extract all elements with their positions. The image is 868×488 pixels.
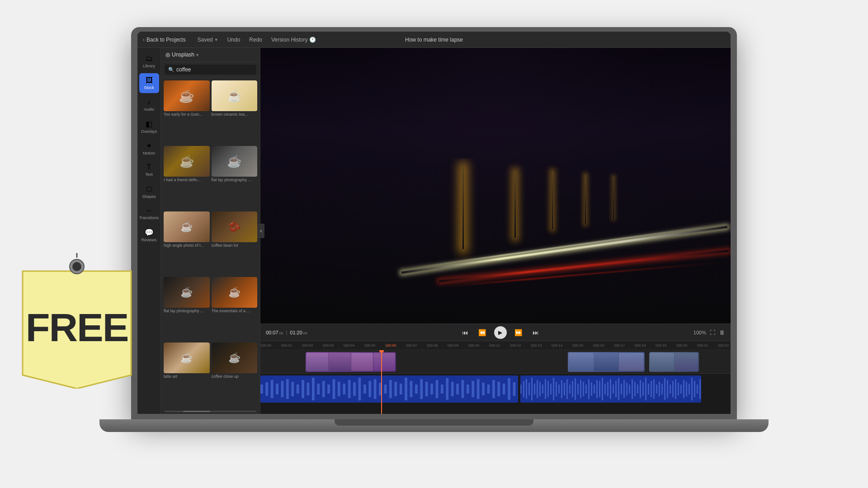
audio-label-item: Audio	[144, 107, 154, 112]
svg-rect-63	[556, 382, 557, 396]
audio-track: Rainbows Rainbows Rainbows	[260, 374, 731, 404]
svg-rect-54	[531, 378, 533, 400]
free-tag-svg: FREE	[14, 253, 140, 389]
svg-rect-79	[599, 381, 600, 397]
saved-dropdown-icon: ▼	[214, 38, 218, 42]
sidebar-item-transitions[interactable]: ↔ Transitions	[139, 203, 159, 223]
svg-rect-21	[368, 381, 371, 397]
svg-rect-87	[621, 384, 622, 394]
collapse-panel-button[interactable]: ✕	[257, 224, 264, 238]
svg-rect-62	[553, 378, 554, 400]
rewind-button[interactable]: ⏪	[477, 327, 488, 338]
shapes-label: Shapes	[142, 194, 156, 199]
svg-rect-27	[400, 384, 402, 394]
video-clip[interactable]	[649, 352, 699, 372]
list-item[interactable]: ☕ coffee close up	[212, 343, 258, 406]
svg-rect-70	[575, 378, 576, 400]
version-history-button[interactable]: Version History 🕐	[269, 36, 319, 44]
source-dropdown-icon[interactable]: ▾	[196, 52, 198, 57]
audio-clip-1[interactable]	[260, 375, 518, 403]
video-clip[interactable]	[306, 352, 396, 372]
sidebar-item-text[interactable]: T Text	[139, 160, 159, 180]
svg-rect-9	[307, 383, 310, 395]
saved-button[interactable]: Saved ▼	[195, 36, 221, 44]
shapes-icon: ⬡	[146, 185, 152, 193]
svg-rect-113	[691, 378, 693, 400]
list-item[interactable]: ☕ The essentials of a ...	[212, 277, 258, 341]
list-item[interactable]: ☕ brown ceramic tea...	[212, 80, 258, 144]
list-item[interactable]: ☕ I had a friend defin...	[164, 146, 210, 210]
back-arrow-icon: ‹	[143, 37, 145, 43]
svg-rect-98	[651, 381, 652, 397]
list-item[interactable]: ☕ latte art	[164, 343, 210, 406]
stock-panel: ◎ Unsplash ▾ 🔍 Too early for a Gu	[161, 48, 260, 414]
main-content: 🗂 Library 🖼 Stock ♪ Audio ◧ Overlays	[137, 48, 731, 414]
svg-rect-51	[523, 381, 524, 397]
search-input[interactable]	[176, 66, 253, 73]
svg-rect-41	[472, 381, 474, 397]
svg-rect-115	[697, 385, 698, 394]
svg-rect-81	[604, 384, 606, 394]
ruler-tick: |00:22	[718, 343, 731, 347]
svg-rect-103	[664, 378, 665, 400]
svg-rect-71	[577, 384, 579, 394]
image-label: latte art	[164, 373, 210, 380]
list-item[interactable]: ☕ flat lay photography ...	[164, 277, 210, 341]
back-to-projects-btn[interactable]: ‹ Back to Projects	[143, 37, 186, 43]
thumbnail: ☕	[212, 277, 258, 308]
audio-clip-2[interactable]	[520, 375, 701, 403]
sidebar-item-stock[interactable]: 🖼 Stock	[139, 73, 159, 93]
sidebar-item-library[interactable]: 🗂 Library	[139, 52, 159, 71]
ruler-tick: |00:12	[510, 343, 531, 347]
ruler-tick: |00:14	[552, 343, 572, 347]
svg-rect-56	[537, 380, 538, 398]
undo-button[interactable]: Undo	[225, 36, 243, 44]
svg-rect-39	[462, 380, 464, 398]
thumbnail: ☕	[164, 211, 210, 242]
video-clip[interactable]	[568, 352, 645, 372]
skip-to-end-button[interactable]: ⏭	[530, 327, 541, 338]
list-item[interactable]: ☕ flat lay photography ...	[212, 146, 258, 210]
street-light-2	[514, 171, 516, 237]
image-label: flat lay photography ...	[212, 177, 258, 183]
sidebar-item-audio[interactable]: ♪ Audio	[139, 95, 159, 115]
svg-rect-59	[545, 379, 546, 399]
library-label: Library	[143, 64, 156, 68]
play-button[interactable]: ▶	[494, 326, 507, 339]
back-label: Back to Projects	[146, 37, 186, 43]
search-icon: 🔍	[168, 67, 175, 73]
fast-forward-button[interactable]: ⏩	[513, 327, 524, 338]
sidebar-item-shapes[interactable]: ⬡ Shapes	[139, 182, 159, 202]
svg-rect-3	[276, 384, 278, 394]
redo-button[interactable]: Redo	[246, 36, 265, 44]
svg-rect-66	[564, 383, 565, 395]
motion-label: Motion	[143, 151, 155, 155]
sidebar-item-motion[interactable]: ✦ Motion	[139, 138, 159, 158]
list-item[interactable]: Too early for a Guin...	[164, 80, 210, 144]
svg-rect-28	[405, 378, 407, 400]
svg-rect-73	[583, 382, 584, 396]
svg-rect-116	[699, 379, 701, 399]
fullscreen-button[interactable]: ⛶	[710, 329, 715, 336]
svg-rect-4	[281, 381, 284, 397]
list-item[interactable]: ☕ high angle photo of t...	[164, 211, 210, 275]
total-time: 01:20	[290, 330, 302, 335]
sidebar-item-overlays[interactable]: ◧ Overlays	[139, 117, 159, 136]
sidebar-item-reviews[interactable]: 💬 Reviews	[139, 225, 159, 245]
text-label: Text	[145, 172, 153, 177]
app-container: ‹ Back to Projects Saved ▼ Undo Redo	[137, 32, 731, 414]
skip-to-start-button[interactable]: ⏮	[460, 327, 471, 338]
svg-rect-97	[648, 384, 649, 394]
pause-indicator[interactable]: ⏸	[719, 329, 725, 336]
list-item[interactable]: 🫘 coffee bean lot	[212, 211, 258, 275]
scroll-indicator	[161, 409, 260, 414]
svg-rect-15	[338, 382, 340, 396]
ruler-tick: |00:11	[489, 343, 510, 347]
image-grid: Too early for a Guin... ☕ brown ceramic …	[161, 78, 260, 409]
svg-rect-104	[667, 380, 668, 398]
stock-panel-header: ◎ Unsplash ▾	[161, 48, 260, 62]
thumbnail: ☕	[164, 277, 210, 308]
free-price-tag: FREE	[14, 253, 140, 389]
transitions-label: Transitions	[139, 216, 159, 220]
svg-rect-95	[642, 382, 644, 396]
